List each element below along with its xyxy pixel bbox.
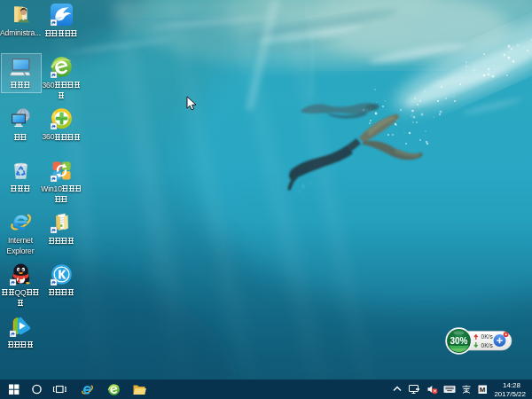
- svg-text:0K/s: 0K/s: [481, 333, 494, 340]
- svg-text:30%: 30%: [450, 336, 467, 346]
- svg-text:M: M: [480, 386, 486, 394]
- svg-text:0K/s: 0K/s: [481, 342, 494, 348]
